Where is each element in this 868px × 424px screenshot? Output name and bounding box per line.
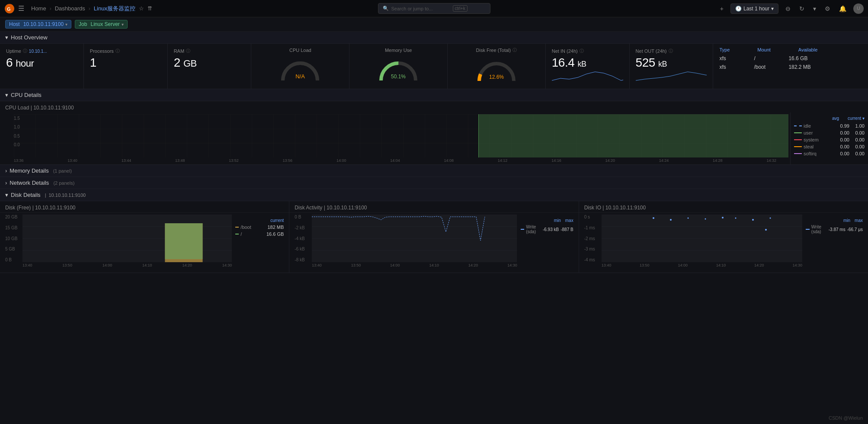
zoom-out-icon[interactable]: ⊖: [784, 3, 792, 14]
net-in-info-icon[interactable]: ⓘ: [580, 48, 584, 54]
collapse-icon: ▾: [5, 34, 8, 41]
cpu-chart-legend: avg current ▾ idle 0.99 1.00 user 0.00 0…: [790, 112, 868, 164]
disk-mount-1: /boot: [754, 64, 788, 70]
uptime-cell: Uptime ⓘ 10.10.1... 6 hour: [0, 44, 84, 89]
net-in-value: 16.4 kB: [552, 56, 623, 70]
memory-expand-icon: ›: [5, 167, 7, 174]
topbar-right: + 🕐 Last 1 hour ▾ ⊖ ↻ ▾ ⚙ 🔔 U: [718, 3, 864, 14]
legend-idle-label: idle: [804, 123, 834, 128]
ram-label: RAM ⓘ: [174, 48, 245, 54]
legend-softirq-current: 0.00: [849, 151, 865, 156]
settings-icon[interactable]: ⚙: [823, 3, 832, 14]
cpu-details-section-header[interactable]: ▾ CPU Details: [0, 89, 868, 101]
legend-softirq-label: softirq: [804, 151, 834, 156]
disk-free-gauge-cell: Disk Free (Total) ⓘ 12.6%: [448, 44, 546, 89]
nav-sep-2: ›: [89, 6, 90, 12]
notifications-icon[interactable]: 🔔: [837, 3, 848, 14]
legend-steal-label: steal: [804, 144, 834, 149]
memory-details-section-header[interactable]: › Memory Details (1 panel): [0, 165, 868, 177]
legend-softirq: softirq 0.00 0.00: [794, 150, 865, 157]
job-filter-label: Job: [79, 21, 87, 27]
memory-use-gauge-cell: Memory Use 50.1%: [349, 44, 448, 89]
favorite-star-icon[interactable]: ☆: [139, 5, 144, 12]
disk-activity-chart: [312, 215, 517, 262]
legend-softirq-avg: 0.00: [834, 151, 849, 156]
job-filter-arrow: ▾: [122, 22, 124, 27]
ram-info-icon[interactable]: ⓘ: [186, 48, 190, 54]
nav-home[interactable]: Home: [31, 5, 46, 12]
svg-point-32: [765, 229, 767, 231]
disk-type-1: xfs: [719, 64, 754, 70]
time-range-selector[interactable]: 🕐 Last 1 hour ▾: [730, 3, 778, 14]
legend-system-color: [794, 139, 802, 140]
legend-avg-header: avg: [832, 116, 839, 121]
share-icon[interactable]: ⇈: [147, 5, 152, 12]
svg-text:G: G: [7, 6, 11, 12]
user-avatar[interactable]: U: [853, 3, 864, 14]
disk-free-gauge: 12.6%: [475, 55, 518, 85]
legend-idle-color: [794, 125, 802, 126]
host-overview-section-header[interactable]: ▾ Host Overview: [0, 32, 868, 44]
disk-available-0: 16.6 GB: [788, 55, 807, 61]
legend-system-label: system: [804, 137, 834, 142]
disk-free-chart: [22, 215, 232, 262]
legend-user-avg: 0.00: [834, 130, 849, 135]
legend-current-header: current ▾: [848, 116, 865, 121]
svg-point-31: [752, 219, 754, 221]
hamburger-menu[interactable]: ☰: [18, 4, 24, 13]
host-filter-label: Host: [9, 21, 20, 27]
legend-steal: steal 0.00 0.00: [794, 143, 865, 150]
disk-free-table-cell: Type Mount Available xfs / 16.6 GB xfs /…: [713, 44, 868, 89]
disk-mount-0: /: [754, 55, 788, 61]
svg-rect-14: [165, 223, 202, 259]
legend-user-label: user: [804, 130, 834, 135]
disk-table-row-1: xfs /boot 182.2 MB: [719, 63, 862, 71]
disk-free-panel-title: Disk (Free) | 10.10.10.11:9100: [0, 201, 289, 213]
add-panel-icon[interactable]: +: [718, 3, 725, 14]
uptime-host: 10.10.1...: [29, 49, 47, 54]
disk-free-info-icon[interactable]: ⓘ: [512, 47, 517, 53]
disk-collapse-icon: ▾: [5, 192, 8, 198]
refresh-icon[interactable]: ↻: [798, 3, 806, 14]
processors-value: 1: [90, 56, 161, 70]
net-out-sparkline: [636, 70, 707, 83]
host-filter-value: 10.10.10.11:9100: [23, 21, 64, 27]
disk-type-0: xfs: [719, 55, 754, 61]
svg-point-27: [687, 218, 689, 219]
processors-info-icon[interactable]: ⓘ: [115, 48, 120, 54]
clock-icon: 🕐: [735, 6, 742, 12]
search-bar[interactable]: 🔍 Search or jump to... ctrl+k: [378, 3, 490, 14]
host-overview-title: Host Overview: [11, 34, 48, 41]
net-in-sparkline: [552, 70, 623, 83]
net-in-cell: Net IN (24h) ⓘ 16.4 kB: [546, 44, 630, 89]
net-out-value: 525 kB: [636, 56, 707, 70]
cpu-load-gauge: N/A: [279, 55, 322, 85]
memory-use-gauge: 50.1%: [377, 55, 420, 85]
network-details-title: Network Details: [10, 180, 49, 186]
disk-details-section-header[interactable]: ▾ Disk Details | 10.10.10.11:9100: [0, 189, 868, 201]
host-filter-arrow: ▾: [65, 22, 67, 27]
net-out-cell: Net OUT (24h) ⓘ 525 kB: [630, 44, 714, 89]
nav-dashboards[interactable]: Dashboards: [55, 5, 85, 12]
cpu-chart-wrap: 1.51.00.50.0 13:3613:4013:4413:4813:5213…: [0, 112, 868, 165]
network-details-section-header[interactable]: › Network Details (2 panels): [0, 177, 868, 189]
processors-label: Processors ⓘ: [90, 48, 161, 54]
uptime-label: Uptime ⓘ 10.10.1...: [6, 48, 77, 54]
cpu-details-title: CPU Details: [11, 92, 42, 98]
legend-system-avg: 0.00: [834, 137, 849, 142]
host-filter[interactable]: Host 10.10.10.11:9100 ▾: [5, 20, 71, 29]
job-filter[interactable]: Job Linux Server ▾: [75, 20, 128, 29]
disk-details-title: Disk Details: [11, 192, 41, 198]
svg-point-25: [653, 217, 654, 219]
cpu-collapse-icon: ▾: [5, 92, 8, 98]
filter-bar: Host 10.10.10.11:9100 ▾ Job Linux Server…: [0, 17, 868, 32]
uptime-info-icon[interactable]: ⓘ: [23, 48, 27, 54]
disk-free-table-label: Type Mount Available: [719, 47, 862, 52]
refresh-down-icon[interactable]: ▾: [811, 3, 818, 14]
memory-panel-count: (1 panel): [53, 168, 72, 173]
disk-activity-panel-title: Disk Activity | 10.10.10.11:9100: [289, 201, 578, 213]
disk-available-1: 182.2 MB: [788, 64, 810, 70]
host-overview-grid: Uptime ⓘ 10.10.1... 6 hour Processors ⓘ …: [0, 44, 868, 89]
disk-io-chart: [602, 215, 802, 262]
net-out-info-icon[interactable]: ⓘ: [669, 48, 673, 54]
